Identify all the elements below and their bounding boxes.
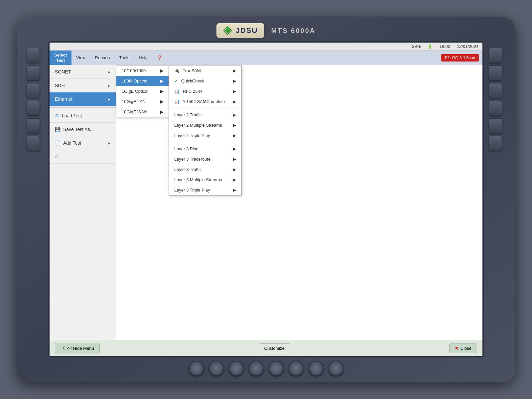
close-icon: ✖: [455, 346, 459, 351]
right-btn-4[interactable]: [489, 101, 502, 116]
left-btn-5[interactable]: [27, 118, 40, 133]
menu-help-icon[interactable]: ❓: [152, 51, 167, 65]
brand-name: JDSU: [236, 26, 258, 35]
dropdown-sep-2: [169, 142, 241, 142]
sidebar-item-sdh[interactable]: SDH ▶: [50, 79, 116, 92]
battery-icon: 🔋: [427, 44, 433, 49]
dropdown-item-1gige-optical[interactable]: 1GigE Optical ▶: [116, 86, 169, 96]
sidebar-item-load-test[interactable]: ⚙ Load Test...: [50, 109, 116, 123]
dropdown-item-100m-optical[interactable]: 100M Optical ▶: [116, 76, 169, 86]
hide-menu-button[interactable]: 《 << Hide Menu: [55, 343, 100, 353]
status-bar: 28% 🔋 18:02 12/01/2024: [50, 43, 482, 51]
arrow-y1564-icon: ▶: [233, 99, 236, 104]
arrow-l3traffic-icon: ▶: [233, 167, 236, 172]
dropdown-item-10gige-wan[interactable]: 10GigE WAN ▶: [116, 107, 169, 117]
right-btn-1[interactable]: [489, 48, 502, 63]
sidebar-item-sonet[interactable]: SONET ▶: [50, 65, 116, 79]
left-btn-2[interactable]: [27, 66, 40, 80]
menu-bar: Select Test View Reports Tools Help ❓ P1…: [50, 51, 482, 65]
dropdown-sep-1: [169, 108, 241, 108]
brand-label: JDSU: [216, 23, 265, 38]
bottom-btn-7[interactable]: [309, 361, 324, 376]
dropdown-item-quickcheck[interactable]: ✔ QuickCheck ▶: [169, 76, 241, 86]
dropdown-item-layer3-traffic[interactable]: Layer 3 Traffic ▶: [169, 164, 241, 175]
bottom-btn-5[interactable]: [269, 361, 284, 376]
bottom-btn-3[interactable]: [229, 361, 244, 376]
arrow-l3triple-icon: ▶: [233, 188, 236, 193]
arrow-l3trace-icon: ▶: [233, 157, 236, 162]
bottom-btn-1[interactable]: [189, 361, 204, 376]
arrow-l3ping-icon: ▶: [233, 146, 236, 151]
y1564-icon: 📊: [174, 99, 180, 104]
bottom-btn-6[interactable]: [289, 361, 304, 376]
dropdown-item-10-100-1000[interactable]: 10/100/1000 ▶: [116, 66, 169, 76]
sidebar-item-add-test[interactable]: 📄 Add Test ▶: [50, 136, 116, 150]
bottom-btn-8[interactable]: [329, 361, 343, 376]
device-top: JDSU MTS 6000A: [27, 23, 505, 38]
extra-icon: ⊙: [55, 154, 59, 159]
left-btn-6[interactable]: [27, 136, 40, 151]
screen-content: SONET ▶ SDH ▶ Ethernet ▶ ⚙: [50, 65, 482, 340]
sidebar-item-extra[interactable]: ⊙: [50, 150, 116, 164]
arrow-1gige-icon: ▶: [160, 89, 164, 94]
sonet-chevron-icon: ▶: [108, 70, 110, 74]
arrow-10gige-wan-icon: ▶: [160, 109, 164, 114]
dropdown-item-layer3-traceroute[interactable]: Layer 3 Traceroute ▶: [169, 154, 241, 164]
dropdown-item-10gige-lan[interactable]: 10GigE LAN ▶: [116, 96, 169, 107]
arrow-truesam-icon: ▶: [233, 68, 236, 73]
left-btn-1[interactable]: [27, 48, 40, 63]
arrow-10-100-icon: ▶: [160, 68, 164, 73]
truesam-icon: 🔌: [174, 68, 180, 73]
bottom-bar: 《 << Hide Menu Customize ✖ Close: [50, 340, 482, 356]
close-button[interactable]: ✖ Close: [449, 343, 477, 353]
dropdown-item-rfc2544[interactable]: 📊 RFC 2544 ▶: [169, 86, 241, 96]
dropdown-item-layer2-multistreams[interactable]: Layer 2 Multiple Streams ▶: [169, 120, 241, 130]
customize-button[interactable]: Customize: [259, 343, 290, 353]
rfc2544-icon: 📊: [174, 89, 180, 94]
dropdown-item-layer2-traffic[interactable]: Layer 2 Traffic ▶: [169, 110, 241, 120]
model-name: MTS 6000A: [271, 27, 316, 35]
battery-text: 28%: [412, 44, 421, 49]
sidebar-item-save-test[interactable]: 💾 Save Test As...: [50, 123, 116, 136]
menu-help[interactable]: Help: [134, 51, 152, 65]
arrow-10gige-lan-icon: ▶: [160, 99, 164, 104]
menu-select-test[interactable]: Select Test: [50, 51, 71, 65]
right-btn-6[interactable]: [489, 136, 502, 151]
active-test-badge: P1: OC-3 J-Scan: [441, 54, 479, 62]
dropdown-item-layer3-ping[interactable]: Layer 3 Ping ▶: [169, 144, 241, 154]
arrow-quickcheck-icon: ▶: [233, 78, 236, 83]
screen: 28% 🔋 18:02 12/01/2024 Select Test View …: [48, 41, 484, 357]
arrow-l3multi-icon: ▶: [233, 177, 236, 182]
dropdown-item-layer3-tripleplay[interactable]: Layer 3 Triple Play ▶: [169, 185, 241, 195]
hide-menu-icon: 《: [61, 345, 65, 351]
arrow-rfc2544-icon: ▶: [233, 89, 236, 94]
dropdown-item-truesam[interactable]: 🔌 TrueSAM ▶: [169, 66, 241, 76]
quickcheck-icon: ✔: [174, 78, 178, 83]
bottom-btn-4[interactable]: [249, 361, 264, 376]
dropdown-item-layer3-multistreams[interactable]: Layer 3 Multiple Streams ▶: [169, 175, 241, 185]
date-display: 12/01/2024: [457, 44, 478, 49]
right-btn-2[interactable]: [489, 66, 502, 80]
dropdown-item-layer2-tripleplay[interactable]: Layer 2 Triple Play ▶: [169, 130, 241, 141]
left-btn-3[interactable]: [27, 83, 40, 98]
device-body: JDSU MTS 6000A 28% 🔋 18:02 12/01/2024: [17, 17, 515, 382]
device-middle: 28% 🔋 18:02 12/01/2024 Select Test View …: [27, 41, 505, 357]
ethernet-dropdown: 10/100/1000 ▶ 100M Optical ▶ 1GigE Optic…: [116, 65, 169, 117]
dropdown-item-y1564[interactable]: 📊 Y.1564 SAMComplete ▶: [169, 96, 241, 107]
right-btn-3[interactable]: [489, 83, 502, 98]
menu-view[interactable]: View: [71, 51, 90, 65]
left-btn-4[interactable]: [27, 101, 40, 116]
right-btn-5[interactable]: [489, 118, 502, 133]
add-test-chevron-icon: ▶: [108, 141, 110, 145]
bottom-btn-2[interactable]: [209, 361, 224, 376]
arrow-100m-icon: ▶: [160, 78, 164, 83]
right-button-panel: [489, 41, 505, 357]
jdsu-logo-icon: [223, 26, 232, 35]
menu-reports[interactable]: Reports: [90, 51, 115, 65]
sdh-chevron-icon: ▶: [108, 84, 110, 87]
sidebar-item-ethernet[interactable]: Ethernet ▶: [50, 92, 116, 106]
arrow-l2traffic-icon: ▶: [233, 112, 236, 117]
time-display: 18:02: [439, 44, 450, 49]
menu-tools[interactable]: Tools: [115, 51, 134, 65]
left-sidebar: SONET ▶ SDH ▶ Ethernet ▶ ⚙: [50, 65, 116, 340]
